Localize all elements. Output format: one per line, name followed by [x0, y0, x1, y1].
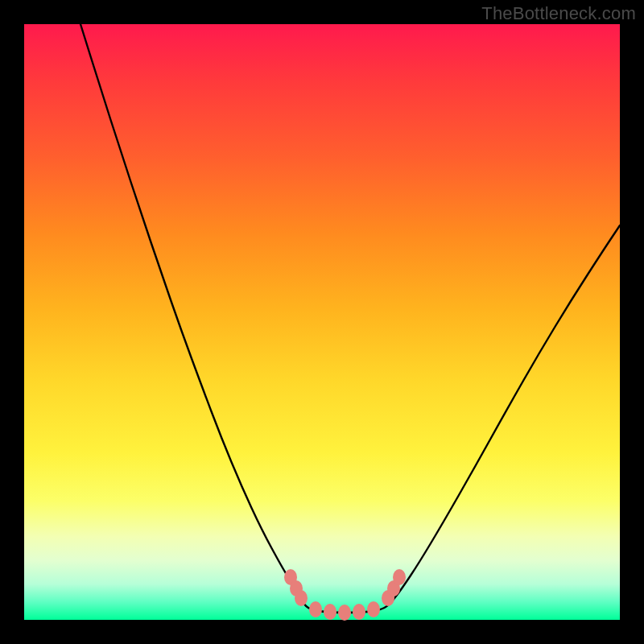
curve-marker: [353, 604, 365, 620]
curve-marker: [338, 605, 351, 621]
plot-area: [24, 24, 620, 620]
curve-marker: [393, 569, 406, 585]
curve-marker: [295, 590, 308, 606]
bottleneck-path: [80, 24, 620, 613]
curve-marker: [367, 601, 380, 617]
watermark-label: TheBottleneck.com: [481, 3, 636, 24]
bottleneck-curve: [24, 24, 620, 620]
curve-marker: [324, 604, 336, 620]
outer-frame: TheBottleneck.com: [0, 0, 644, 644]
curve-marker: [309, 601, 322, 617]
